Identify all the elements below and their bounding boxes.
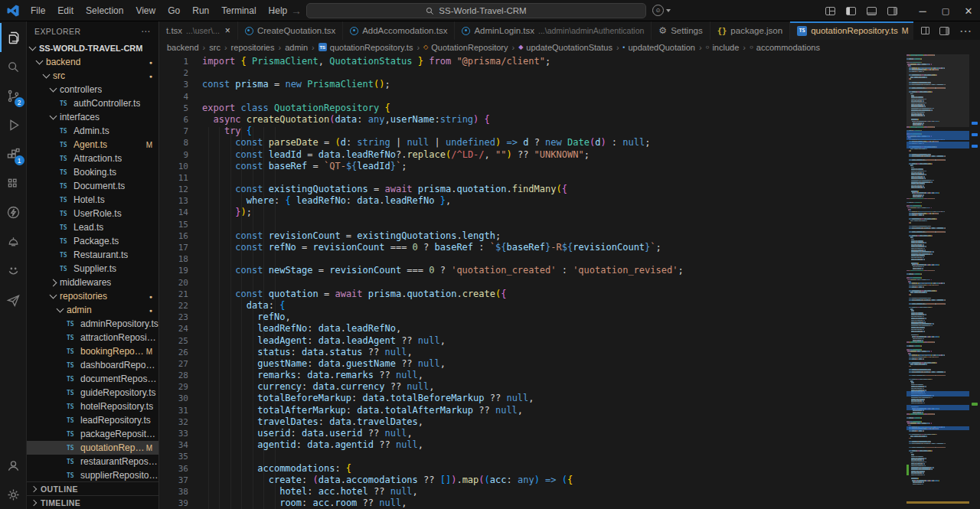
tree-folder-interfaces[interactable]: interfaces [27, 110, 158, 124]
tree-file-guiderepository-ts[interactable]: TSguideRepository.ts [27, 386, 158, 400]
tree-file-dashboardrepository-ts[interactable]: TSdashboardRepository.ts [27, 358, 158, 372]
customize-layout-icon[interactable] [825, 7, 835, 15]
menu-selection[interactable]: Selection [80, 0, 129, 21]
menu-edit[interactable]: Edit [51, 0, 80, 21]
tree-folder-src[interactable]: src● [27, 69, 158, 83]
breadcrumb-item-quotationrepository[interactable]: ◇QuotationRepository [423, 43, 508, 52]
tree-file-document-ts[interactable]: TSDocument.ts [27, 179, 158, 193]
code-line: }); [202, 207, 980, 218]
tree-file-userrole-ts[interactable]: TSUserRole.ts [27, 207, 158, 220]
tree-folder-ss-world-travel-crm[interactable]: SS-WORLD-TRAVEL-CRM [27, 41, 158, 55]
toggle-sidebar-icon[interactable] [846, 7, 856, 15]
vscode-logo-icon [6, 4, 20, 18]
tree-file-packagerepository-ts[interactable]: TSpackageRepository.ts [27, 427, 158, 441]
profile-badge[interactable]: ☺ [652, 5, 671, 16]
tab-label: Settings [671, 26, 703, 35]
outline-section[interactable]: OUTLINE [27, 481, 158, 495]
explorer-more-actions-icon[interactable]: ⋯ [141, 26, 151, 37]
tree-file-supplierrepository-ts[interactable]: TSsupplierRepository.ts [27, 468, 158, 481]
split-editor-icon[interactable] [921, 27, 929, 34]
tree-folder-backend[interactable]: backend● [27, 55, 158, 69]
typescript-file-icon: TS [67, 458, 78, 465]
tree-file-leadrepository-ts[interactable]: TSleadRepository.ts [27, 413, 158, 427]
settings-icon[interactable] [0, 480, 27, 509]
tab-package-json[interactable]: {}package.json [710, 21, 790, 40]
nav-forward-icon[interactable]: → [291, 5, 302, 17]
tree-file-quotationreposito-[interactable]: TSquotationReposito…M [27, 441, 158, 455]
menu-terminal[interactable]: Terminal [215, 0, 262, 21]
tree-file-attractionrepository-ts[interactable]: TSattractionRepository.ts [27, 331, 158, 344]
editor-layout-icon[interactable] [939, 27, 949, 35]
tab-createquotation-tsx[interactable]: CreateQuotation.tsx [238, 21, 343, 40]
tree-file-agent-ts[interactable]: TSAgent.tsM [27, 138, 158, 152]
code-editor[interactable]: 1234567891011121314151617181920212223242… [159, 54, 980, 509]
typescript-file-icon: TS [67, 348, 78, 355]
chevron-down-icon [43, 71, 51, 79]
tree-file-adminrepository-ts[interactable]: TSadminRepository.ts [27, 317, 158, 331]
tree-file-package-ts[interactable]: TSPackage.ts [27, 234, 158, 248]
breadcrumb-item-admin[interactable]: admin [285, 43, 308, 52]
extensions-icon[interactable]: 1 [0, 139, 27, 168]
run-debug-icon[interactable] [0, 110, 27, 139]
tree-file-restaurantrepository-ts[interactable]: TSrestaurantRepository.ts [27, 455, 158, 468]
tab-settings[interactable]: ⚙Settings [652, 21, 710, 40]
nav-back-icon[interactable]: ← [270, 5, 280, 17]
tree-file-supplier-ts[interactable]: TSSupplier.ts [27, 262, 158, 276]
breadcrumb-item-backend[interactable]: backend [167, 43, 199, 52]
menu-view[interactable]: View [129, 0, 162, 21]
ext-grid-icon[interactable] [0, 168, 27, 197]
thunder-client-icon[interactable] [0, 197, 27, 227]
tree-file-bookingrepositor-[interactable]: TSbookingRepositor…M [27, 344, 158, 358]
tree-folder-admin[interactable]: admin● [27, 303, 158, 317]
tree-file-hotel-ts[interactable]: TSHotel.ts [27, 193, 158, 207]
minimap[interactable] [906, 54, 969, 509]
toggle-panel-icon[interactable] [867, 7, 877, 15]
typescript-file-icon: TS [60, 169, 71, 176]
tree-file-hotelrepository-ts[interactable]: TShotelRepository.ts [27, 400, 158, 413]
ext-plane-icon[interactable] [0, 285, 27, 314]
breadcrumb-item-include[interactable]: ○include [706, 43, 740, 52]
menu-file[interactable]: File [24, 0, 51, 21]
timeline-section[interactable]: TIMELINE [27, 495, 158, 509]
tree-file-documentrepository-ts[interactable]: TSdocumentRepository.ts [27, 372, 158, 386]
maximize-button[interactable]: ▢ [934, 0, 957, 21]
tree-folder-middlewares[interactable]: middlewares [27, 276, 158, 289]
tree-file-admin-ts[interactable]: TSAdmin.ts [27, 124, 158, 138]
tree-file-attraction-ts[interactable]: TSAttraction.ts [27, 152, 158, 165]
code-content: import { PrismaClient, QuotationStatus }… [202, 54, 980, 509]
editor-more-actions-icon[interactable]: ⋯ [959, 24, 972, 38]
tree-folder-repositories[interactable]: repositories● [27, 289, 158, 303]
ext-tool-icon[interactable] [0, 227, 27, 256]
breadcrumb-item-updatequotationstatus[interactable]: ◆updateQuotationStatus [518, 43, 612, 52]
tab-adminlogin-tsx[interactable]: AdminLogin.tsx...\admin\adminAuthenticat… [455, 21, 652, 40]
tree-file-booking-ts[interactable]: TSBooking.ts [27, 165, 158, 179]
tree-item-label: Lead.ts [74, 222, 103, 233]
tab-quotationrepository-ts[interactable]: TSquotationRepository.tsM× [790, 21, 913, 40]
source-control-icon[interactable]: 2 [0, 81, 27, 110]
breadcrumb-item-quotationrepository-ts[interactable]: TSquotationRepository.ts [318, 43, 413, 52]
menu-go[interactable]: Go [162, 0, 186, 21]
breadcrumb-item-updatedquotation[interactable]: ▪updatedQuotation [623, 43, 695, 52]
tree-file-authcontroller-ts[interactable]: TSauthController.ts [27, 96, 158, 110]
ext-smile-icon[interactable] [0, 256, 27, 285]
tab-addaccomodation-tsx[interactable]: AddAccomodation.tsx [343, 21, 455, 40]
menu-run[interactable]: Run [186, 0, 215, 21]
overview-ruler[interactable] [969, 54, 980, 509]
breadcrumb-item-repositories[interactable]: repositories [231, 43, 275, 52]
command-center-search[interactable]: SS-World-Travel-CRM [306, 3, 646, 18]
breadcrumb-item-accommodations[interactable]: ○accommodations [750, 43, 820, 52]
tree-file-restaurant-ts[interactable]: TSRestaurant.ts [27, 248, 158, 262]
explorer-icon[interactable] [0, 23, 27, 52]
tree-folder-controllers[interactable]: controllers [27, 83, 158, 96]
search-icon[interactable] [0, 52, 27, 81]
account-icon[interactable] [0, 451, 27, 480]
minimap-slider[interactable] [906, 54, 969, 127]
tab-t-tsx[interactable]: t.tsx...\user\...× [159, 21, 238, 40]
breadcrumb-item-src[interactable]: src [209, 43, 220, 52]
close-button[interactable]: ✕ [957, 0, 980, 21]
close-icon[interactable]: × [225, 25, 230, 36]
tree-file-lead-ts[interactable]: TSLead.ts [27, 220, 158, 234]
toggle-secondary-sidebar-icon[interactable] [887, 7, 897, 15]
minimize-button[interactable]: ─ [911, 0, 934, 21]
minimap-find-highlight [906, 501, 969, 504]
